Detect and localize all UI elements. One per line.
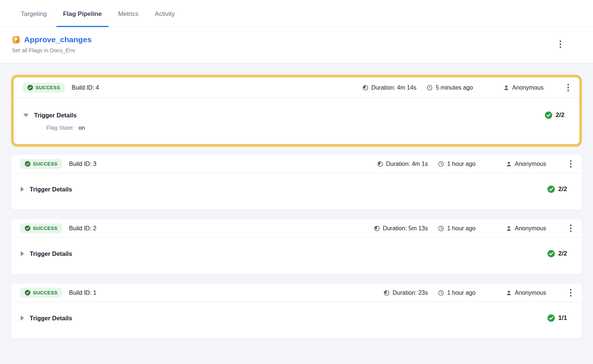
trigger-details-toggle[interactable]: Trigger Details [21, 186, 72, 193]
check-circle-icon [547, 186, 555, 193]
check-circle-icon [25, 290, 30, 295]
build-card-header: SUCCESS Build ID: 3 Duration: 4m 1s [11, 155, 582, 173]
check-circle-icon [27, 85, 33, 90]
build-id: Build ID: 3 [69, 161, 96, 167]
checks-count: 2/2 [547, 186, 572, 193]
page-title[interactable]: Approve_changes [24, 35, 92, 44]
duration-label: Duration: 5m 13s [383, 225, 428, 232]
user-label: Anonymous [512, 84, 544, 91]
checks-count: 2/2 [545, 111, 570, 119]
kebab-vertical-icon [570, 160, 572, 162]
kebab-vertical-icon [570, 224, 572, 226]
caret-icon [21, 315, 24, 321]
check-circle-icon [25, 226, 30, 231]
time-ago-label: 1 hour ago [447, 161, 476, 167]
time-ago-label: 1 hour ago [447, 290, 476, 296]
build-card: SUCCESS Build ID: 4 Duration: 4m 14s [11, 75, 582, 147]
kebab-vertical-icon [567, 84, 569, 86]
build-list: SUCCESS Build ID: 4 Duration: 4m 14s [0, 63, 593, 338]
trigger-details-toggle[interactable]: Trigger Details [21, 315, 72, 322]
tab-activity[interactable]: Activity [148, 0, 182, 27]
pie-timer-icon [384, 290, 390, 296]
tab-targeting[interactable]: Targeting [14, 0, 53, 27]
trigger-details-label: Trigger Details [30, 186, 72, 193]
checks-label: 2/2 [558, 186, 567, 193]
clock-icon [427, 85, 433, 91]
user-label: Anonymous [515, 290, 546, 296]
build-card-body: Trigger Details 2/2 Flag State:on [14, 98, 579, 144]
build-card-header: SUCCESS Build ID: 2 Duration: 5m 13s [11, 219, 582, 238]
user: Anonymous [506, 290, 546, 296]
status-label: SUCCESS [33, 290, 57, 295]
checks-label: 1/1 [558, 314, 567, 322]
user: Anonymous [506, 161, 546, 167]
flag-state-value: on [79, 124, 85, 131]
person-icon [503, 85, 509, 91]
build-more-menu-button[interactable] [566, 221, 576, 235]
caret-icon [23, 114, 29, 117]
person-icon [506, 161, 512, 167]
page-more-menu-button[interactable] [556, 37, 565, 51]
duration-label: Duration: 4m 1s [386, 161, 428, 167]
build-id: Build ID: 1 [69, 290, 96, 296]
duration: Duration: 4m 1s [377, 161, 428, 167]
flag-state-row: Flag State:on [23, 124, 570, 131]
build-id: Build ID: 4 [72, 84, 99, 91]
status-badge: SUCCESS [20, 159, 62, 169]
checks-count: 2/2 [547, 250, 572, 257]
check-circle-icon [545, 111, 552, 119]
build-card-header: SUCCESS Build ID: 4 Duration: 4m 14s [14, 77, 579, 98]
build-more-menu-button[interactable] [566, 157, 576, 171]
duration: Duration: 4m 14s [362, 84, 417, 91]
build-card-header: SUCCESS Build ID: 1 Duration: 23s [11, 284, 582, 302]
user: Anonymous [506, 225, 546, 232]
build-card: SUCCESS Build ID: 3 Duration: 4m 1s [11, 155, 582, 210]
checks-count: 1/1 [547, 314, 572, 322]
time-ago: 1 hour ago [438, 161, 476, 167]
status-label: SUCCESS [33, 226, 57, 231]
trigger-details-label: Trigger Details [30, 315, 72, 322]
build-more-menu-button[interactable] [564, 81, 573, 94]
title-block: Approve_changes Set all Flags in Docs_En… [0, 27, 593, 63]
build-card: SUCCESS Build ID: 1 Duration: 23s [11, 284, 582, 338]
build-more-menu-button[interactable] [566, 286, 576, 300]
trigger-details-toggle[interactable]: Trigger Details [23, 112, 77, 119]
status-label: SUCCESS [33, 161, 57, 167]
check-circle-icon [547, 314, 555, 322]
status-badge: SUCCESS [23, 83, 65, 93]
checks-label: 2/2 [558, 250, 567, 257]
user: Anonymous [503, 84, 544, 91]
pie-timer-icon [374, 226, 380, 231]
user-label: Anonymous [515, 161, 546, 167]
build-card: SUCCESS Build ID: 2 Duration: 5m 13s [11, 219, 582, 274]
time-ago: 1 hour ago [438, 225, 476, 232]
person-icon [506, 226, 512, 231]
status-badge: SUCCESS [20, 288, 62, 298]
build-card-body: Trigger Details 2/2 [11, 173, 582, 210]
time-ago-label: 5 minutes ago [435, 84, 473, 91]
duration: Duration: 23s [384, 290, 428, 296]
flag-icon [12, 36, 20, 44]
page-header: Targeting Flag Pipeline Metrics Activity [0, 0, 593, 63]
trigger-details-label: Trigger Details [30, 250, 72, 257]
check-circle-icon [25, 161, 30, 167]
pie-timer-icon [362, 85, 368, 91]
tab-metrics[interactable]: Metrics [112, 0, 145, 27]
page: Targeting Flag Pipeline Metrics Activity [0, 0, 593, 364]
kebab-vertical-icon [560, 40, 561, 42]
trigger-details-toggle[interactable]: Trigger Details [21, 250, 72, 257]
tab-flag-pipeline[interactable]: Flag Pipeline [56, 0, 109, 27]
time-ago: 5 minutes ago [427, 84, 473, 91]
time-ago-label: 1 hour ago [447, 225, 476, 232]
status-badge: SUCCESS [20, 223, 62, 233]
build-id: Build ID: 2 [69, 225, 96, 232]
build-card-body: Trigger Details 2/2 [11, 238, 582, 274]
time-ago: 1 hour ago [438, 290, 476, 296]
caret-icon [21, 251, 24, 256]
clock-icon [438, 226, 444, 231]
page-subtitle: Set all Flags in Docs_Env [12, 47, 92, 53]
kebab-vertical-icon [570, 289, 572, 291]
check-circle-icon [547, 250, 555, 257]
duration-label: Duration: 4m 14s [371, 84, 417, 91]
status-label: SUCCESS [36, 85, 60, 90]
